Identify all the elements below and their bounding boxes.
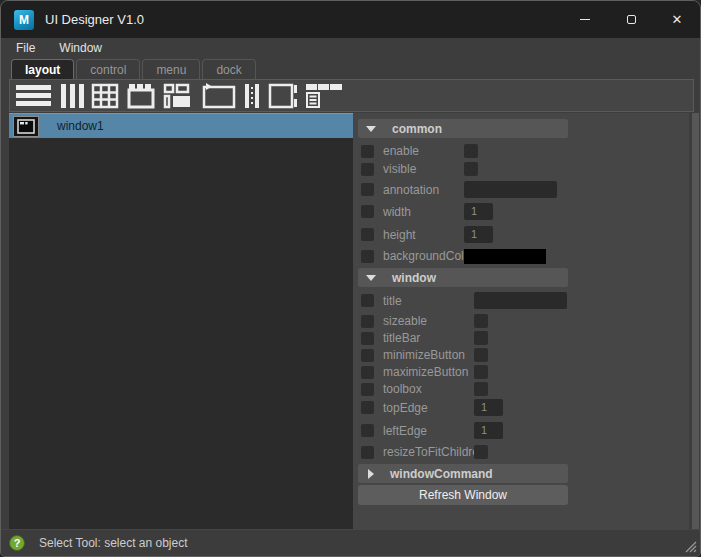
property-row-maximizebutton: maximizeButton xyxy=(358,364,689,380)
scroll-layout-button[interactable] xyxy=(268,82,298,110)
tab-menu[interactable]: menu xyxy=(142,59,200,79)
tab-layout-button[interactable] xyxy=(126,82,156,110)
section-header-common[interactable]: common xyxy=(358,119,568,138)
width-input[interactable]: 1 xyxy=(464,203,493,220)
status-message: Select Tool: select an object xyxy=(39,536,188,550)
tab-layout[interactable]: layout xyxy=(11,59,74,79)
close-icon: ✕ xyxy=(672,13,683,26)
menubar-layout-icon xyxy=(305,83,343,109)
attr-toggle-checkbox[interactable] xyxy=(361,446,374,459)
collapse-arrow-down-icon xyxy=(366,275,376,281)
ui-designer-window: M UI Designer V1.0 ✕ File Window layout … xyxy=(0,0,701,557)
menubar-layout-button[interactable] xyxy=(305,82,343,110)
property-row-backgroundcolor: backgroundCol xyxy=(358,248,689,264)
attr-toggle-checkbox[interactable] xyxy=(361,315,374,328)
section-header-window[interactable]: window xyxy=(358,268,568,287)
attr-toggle-checkbox[interactable] xyxy=(361,332,374,345)
tab-bar: layout control menu dock xyxy=(11,59,256,79)
collapse-arrow-down-icon xyxy=(366,126,376,132)
height-input[interactable]: 1 xyxy=(464,226,493,243)
frame-layout-button[interactable] xyxy=(202,82,236,110)
annotation-input[interactable] xyxy=(464,181,557,198)
property-row-leftedge: leftEdge 1 xyxy=(358,422,689,439)
enable-checkbox[interactable] xyxy=(464,144,478,158)
maximize-icon xyxy=(627,15,636,24)
scroll-layout-icon xyxy=(268,83,298,109)
tab-control[interactable]: control xyxy=(76,59,140,79)
pane-layout-icon xyxy=(243,83,261,109)
minimize-icon xyxy=(580,19,590,20)
attr-toggle-checkbox[interactable] xyxy=(361,228,374,241)
grid-layout-icon xyxy=(91,83,119,109)
window-title: UI Designer V1.0 xyxy=(45,12,144,27)
pane-layout-button[interactable] xyxy=(243,82,261,110)
resizetofitchildren-checkbox[interactable] xyxy=(474,445,488,459)
tab-layout-icon xyxy=(126,83,156,109)
question-icon: ? xyxy=(9,535,25,551)
titlebar-checkbox[interactable] xyxy=(474,331,488,345)
backgroundcolor-swatch[interactable] xyxy=(464,249,546,264)
row-layout-icon xyxy=(60,83,84,109)
property-row-height: height 1 xyxy=(358,226,689,243)
attr-toggle-checkbox[interactable] xyxy=(361,383,374,396)
menu-bar: File Window xyxy=(1,38,700,58)
toolbox-checkbox[interactable] xyxy=(474,382,488,396)
attr-toggle-checkbox[interactable] xyxy=(361,205,374,218)
property-row-toolbox: toolbox xyxy=(358,381,689,397)
close-button[interactable]: ✕ xyxy=(654,1,700,38)
sizeable-checkbox[interactable] xyxy=(474,314,488,328)
menu-window[interactable]: Window xyxy=(47,39,114,57)
refresh-window-button[interactable]: Refresh Window xyxy=(358,485,568,505)
form-layout-button[interactable] xyxy=(163,82,195,110)
grid-layout-button[interactable] xyxy=(91,82,119,110)
tab-dock[interactable]: dock xyxy=(202,59,255,79)
property-row-visible: visible xyxy=(358,161,689,177)
attr-toggle-checkbox[interactable] xyxy=(361,366,374,379)
row-layout-button[interactable] xyxy=(60,82,84,110)
form-layout-icon xyxy=(163,83,195,109)
maximizebutton-checkbox[interactable] xyxy=(474,365,488,379)
title-input[interactable] xyxy=(474,292,567,309)
properties-panel: common enable visible annotation width 1… xyxy=(353,113,689,530)
leftedge-input[interactable]: 1 xyxy=(474,422,503,439)
topedge-input[interactable]: 1 xyxy=(474,399,503,416)
attr-toggle-checkbox[interactable] xyxy=(361,163,374,176)
attr-toggle-checkbox[interactable] xyxy=(361,294,374,307)
attr-toggle-checkbox[interactable] xyxy=(361,145,374,158)
collapse-arrow-right-icon xyxy=(368,469,374,479)
attr-toggle-checkbox[interactable] xyxy=(361,349,374,362)
column-layout-icon xyxy=(15,83,53,109)
tree-item-label: window1 xyxy=(57,119,104,133)
visible-checkbox[interactable] xyxy=(464,162,478,176)
maya-logo-icon: M xyxy=(14,10,34,30)
titlebar[interactable]: M UI Designer V1.0 ✕ xyxy=(1,1,700,38)
status-bar: ? Select Tool: select an object xyxy=(1,529,700,556)
minimizebutton-checkbox[interactable] xyxy=(474,348,488,362)
hierarchy-panel: window1 xyxy=(9,113,353,530)
scrollbar-track[interactable] xyxy=(692,113,699,530)
maximize-button[interactable] xyxy=(608,1,654,38)
resize-grip[interactable] xyxy=(683,539,697,553)
column-layout-button[interactable] xyxy=(15,82,53,110)
property-row-topedge: topEdge 1 xyxy=(358,399,689,416)
property-row-title: title xyxy=(358,292,689,309)
property-row-annotation: annotation xyxy=(358,181,689,198)
window-icon xyxy=(13,116,39,137)
attr-toggle-checkbox[interactable] xyxy=(361,250,374,263)
tree-item-window1[interactable]: window1 xyxy=(9,113,353,138)
attr-toggle-checkbox[interactable] xyxy=(361,401,374,414)
attr-toggle-checkbox[interactable] xyxy=(361,183,374,196)
property-row-resizetofitchildren: resizeToFitChildre xyxy=(358,444,689,460)
property-row-minimizebutton: minimizeButton xyxy=(358,347,689,363)
frame-layout-icon xyxy=(202,83,236,109)
section-header-windowcommand[interactable]: windowCommand xyxy=(358,464,568,483)
menu-file[interactable]: File xyxy=(4,39,47,57)
attr-toggle-checkbox[interactable] xyxy=(361,424,374,437)
property-row-enable: enable xyxy=(358,143,689,159)
property-row-width: width 1 xyxy=(358,203,689,220)
minimize-button[interactable] xyxy=(562,1,608,38)
layout-toolbar xyxy=(9,79,694,112)
property-row-titlebar: titleBar xyxy=(358,330,689,346)
property-row-sizeable: sizeable xyxy=(358,313,689,329)
